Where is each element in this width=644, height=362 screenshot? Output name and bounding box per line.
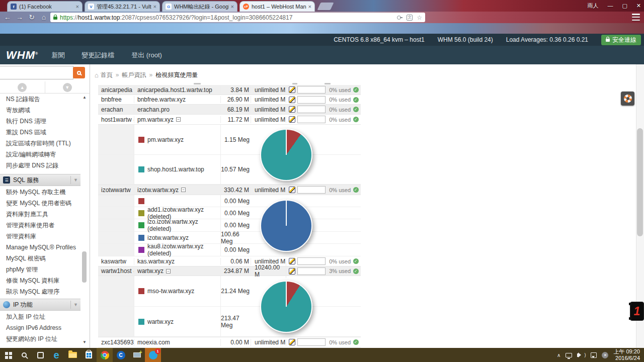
collapse-domain-icon[interactable] xyxy=(181,188,186,192)
whm-logo[interactable]: WHM® xyxy=(6,49,38,62)
bandwidth-limit-input[interactable] xyxy=(297,116,326,123)
extension-icon[interactable] xyxy=(499,13,508,22)
sidebar-item[interactable]: 管理資料庫使用者 xyxy=(0,220,80,231)
sidebar-scrollbar-down-icon[interactable]: ▼ xyxy=(83,340,87,344)
extension-icon[interactable] xyxy=(486,13,494,22)
sidebar-item[interactable]: 變更 MySQL 使用者密碼 xyxy=(0,198,80,209)
sidebar-scrollbar-up-icon[interactable]: ▲ xyxy=(83,95,87,100)
sidebar-item[interactable]: 設定區域存留時間 (TTL) xyxy=(0,138,80,149)
sidebar-item[interactable]: 顯示 MySQL 處理序 xyxy=(0,286,80,297)
tray-close-icon[interactable]: ✕ xyxy=(602,352,608,358)
sidebar-scrollbar-thumb[interactable] xyxy=(82,251,87,283)
extension-icon[interactable] xyxy=(581,13,589,22)
bookmark-item[interactable] xyxy=(36,23,45,34)
extension-icon[interactable] xyxy=(472,13,480,22)
edit-limit-icon[interactable] xyxy=(289,339,295,345)
extension-icon[interactable] xyxy=(594,13,603,22)
secure-connection-badge[interactable]: 安全連線 xyxy=(601,35,641,45)
tab-facebook[interactable]: f (1) Facebook × xyxy=(7,1,83,12)
task-view-button[interactable] xyxy=(32,348,48,362)
extension-icon[interactable] xyxy=(513,13,521,22)
edit-limit-icon[interactable] xyxy=(289,258,295,264)
edit-limit-icon[interactable] xyxy=(289,97,295,103)
taskbar-search-button[interactable] xyxy=(16,348,32,362)
page-scrollbar-thumb[interactable] xyxy=(637,128,643,236)
bookmark-star-icon[interactable]: ☆ xyxy=(417,14,422,21)
tab-google[interactable]: G WHM輸出紀錄 - Googl × xyxy=(162,1,237,12)
remote-desktop-taskbar-icon[interactable] xyxy=(129,348,145,362)
home-button[interactable]: ⌂ xyxy=(38,12,49,23)
sidebar-item[interactable]: 設定/編輯網域轉寄 xyxy=(0,149,80,160)
extension-icon[interactable] xyxy=(458,13,467,22)
scroll-up-button[interactable]: ▲ xyxy=(0,81,45,93)
edit-limit-icon[interactable] xyxy=(289,86,295,93)
help-button[interactable] xyxy=(621,92,634,106)
sidebar-item[interactable]: 資料庫對應工具 xyxy=(0,209,80,220)
sidebar-item[interactable]: 管理資料庫 xyxy=(0,231,80,242)
sidebar-search-button[interactable] xyxy=(73,67,85,78)
collapse-domain-icon[interactable] xyxy=(166,269,171,274)
nav-news[interactable]: 新聞 xyxy=(51,51,64,60)
extension-icon[interactable] xyxy=(553,13,562,22)
tab-close-icon[interactable]: × xyxy=(76,4,79,10)
tab-close-icon[interactable]: × xyxy=(231,4,234,10)
maximize-button[interactable]: ▢ xyxy=(622,3,627,9)
action-center-icon[interactable] xyxy=(591,352,597,358)
tray-expand-icon[interactable]: ∧ xyxy=(557,352,560,358)
bandwidth-limit-input[interactable] xyxy=(297,257,326,265)
network-icon[interactable] xyxy=(566,353,572,357)
chrome-taskbar-icon[interactable] xyxy=(97,348,113,362)
extension-icon[interactable] xyxy=(540,13,548,22)
edit-limit-icon[interactable] xyxy=(289,187,295,193)
sidebar-item[interactable]: 重設 DNS 區域 xyxy=(0,127,80,138)
edit-limit-icon[interactable] xyxy=(289,268,295,275)
reload-button[interactable]: ↻ xyxy=(26,12,37,23)
bookmark-item[interactable] xyxy=(103,23,112,34)
nav-logout[interactable]: 登出 (root) xyxy=(131,51,162,60)
extension-icon[interactable] xyxy=(431,13,440,22)
bookmark-item[interactable] xyxy=(53,23,62,34)
sidebar-item[interactable]: NS 記錄報告 xyxy=(0,94,80,105)
sidebar-item[interactable]: 額外 MySQL 存取主機 xyxy=(0,187,80,198)
bandwidth-limit-input[interactable] xyxy=(297,96,326,104)
extension-icon[interactable] xyxy=(526,13,535,22)
collapse-domain-icon[interactable] xyxy=(176,117,181,122)
chrome-menu-icon[interactable] xyxy=(632,14,640,21)
nav-changelog[interactable]: 變更記錄檔 xyxy=(82,51,114,60)
edit-limit-icon[interactable] xyxy=(289,106,295,113)
sidebar-item[interactable]: phpMy 管理 xyxy=(0,264,80,275)
start-button[interactable] xyxy=(0,348,16,362)
store-taskbar-icon[interactable] xyxy=(80,348,97,362)
sidebar-item[interactable]: MySQL 根密碼 xyxy=(0,253,80,264)
profile-button[interactable]: 雨人 xyxy=(587,2,598,10)
sidebar-item[interactable]: 修復 MySQL 資料庫 xyxy=(0,275,80,286)
bookmark-item[interactable] xyxy=(3,23,12,34)
collapse-section-icon[interactable]: ▼ xyxy=(70,176,80,184)
chat-app-taskbar-icon[interactable]: 1 xyxy=(145,348,161,362)
taskbar-clock[interactable]: 上午 09:20 2016/6/24 xyxy=(613,348,640,361)
minimize-button[interactable]: — xyxy=(607,3,613,9)
tab-close-icon[interactable]: × xyxy=(308,4,311,10)
bandwidth-limit-input[interactable] xyxy=(297,186,326,194)
sidebar-item[interactable]: 變更網站的 IP 位址 xyxy=(0,333,80,344)
key-icon[interactable] xyxy=(397,15,403,20)
bookmark-item[interactable] xyxy=(136,23,145,34)
bandwidth-limit-input[interactable] xyxy=(297,86,326,94)
bookmark-item[interactable] xyxy=(169,23,178,34)
tab-vultr[interactable]: V 管理45.32.21.71 - Vultr.c × xyxy=(85,1,160,12)
edit-limit-icon[interactable] xyxy=(289,116,295,123)
bookmark-item[interactable] xyxy=(20,23,29,34)
url-bar[interactable]: https :// host1.wartw.top :2087/cpsess07… xyxy=(50,13,425,22)
bandwidth-limit-input[interactable] xyxy=(297,338,326,346)
blue-browser-taskbar-icon[interactable]: C xyxy=(113,348,129,362)
extension-icon[interactable] xyxy=(445,13,453,22)
close-button[interactable]: ✕ xyxy=(636,3,641,9)
sidebar-item[interactable]: 執行 DNS 清理 xyxy=(0,116,80,127)
translate-icon[interactable]: 文 xyxy=(407,15,413,21)
extension-icon[interactable] xyxy=(567,13,576,22)
desktop-gadget-counter[interactable]: 1 xyxy=(630,302,644,321)
new-tab-button[interactable] xyxy=(317,3,334,10)
bandwidth-limit-input[interactable] xyxy=(297,106,326,113)
collapse-section-icon[interactable]: ▼ xyxy=(70,301,80,309)
sidebar-item[interactable]: 寄放網域 xyxy=(0,105,80,116)
